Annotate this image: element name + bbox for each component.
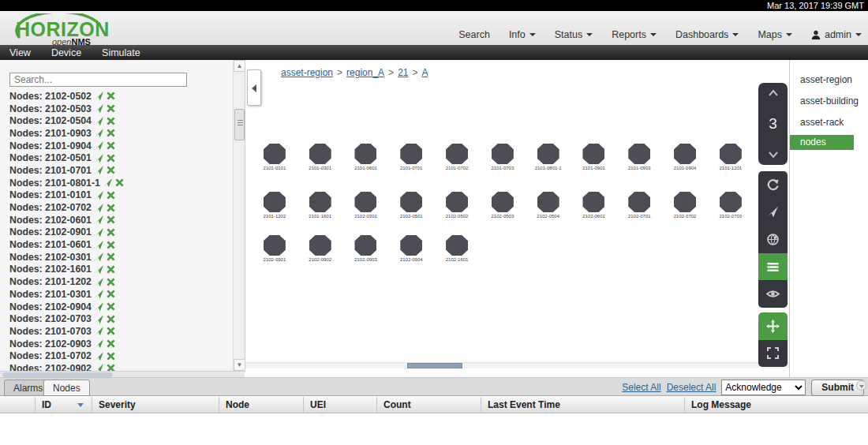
remove-node-icon[interactable] [115, 178, 124, 187]
nav-status[interactable]: Status [555, 29, 593, 40]
menu-button[interactable] [758, 253, 788, 281]
locate-node-icon[interactable] [95, 364, 103, 371]
node-icon[interactable] [400, 144, 422, 164]
locate-node-icon[interactable] [95, 166, 103, 174]
nav-search[interactable]: Search [458, 29, 490, 40]
topology-node[interactable]: 2102-0702 [662, 192, 708, 219]
topology-node[interactable]: 2101-0904 [662, 144, 708, 170]
locate-node-icon[interactable] [95, 191, 103, 200]
scrollbar-thumb[interactable] [407, 363, 462, 368]
column-header-severity[interactable]: Severity [92, 397, 219, 413]
topology-node[interactable]: 2102-1601 [434, 235, 480, 262]
topology-node[interactable]: 2101-0703 [480, 144, 526, 170]
locate-node-icon[interactable] [95, 204, 103, 212]
scroll-down-button[interactable]: ▼ [234, 359, 245, 371]
locate-node-icon[interactable] [103, 178, 112, 187]
locate-node-icon[interactable] [95, 290, 103, 298]
topology-node[interactable]: 2102-0902 [297, 235, 343, 262]
locate-node-icon[interactable] [95, 215, 103, 224]
remove-node-icon[interactable] [107, 228, 115, 237]
topology-node[interactable]: 2101-0301 [297, 144, 343, 170]
remove-node-icon[interactable] [107, 166, 115, 174]
locate-node-icon[interactable] [95, 352, 103, 361]
node-icon[interactable] [674, 192, 696, 212]
eye-button[interactable] [758, 280, 788, 308]
node-icon[interactable] [537, 192, 559, 212]
topology-node[interactable]: 2102-0701 [616, 192, 662, 219]
topology-node[interactable]: 2101-0701 [388, 144, 434, 170]
remove-node-icon[interactable] [107, 290, 115, 298]
node-icon[interactable] [446, 144, 468, 164]
refresh-button[interactable] [758, 171, 788, 199]
menu-device[interactable]: Device [51, 47, 81, 58]
layer-asset-region[interactable]: asset-region [790, 71, 868, 88]
zoom-out-chevron-icon[interactable] [767, 151, 780, 159]
topology-node[interactable]: 2102-0601 [571, 192, 617, 219]
nav-dashboards[interactable]: Dashboards [675, 29, 739, 40]
nav-info[interactable]: Info [509, 29, 536, 40]
node-icon[interactable] [446, 235, 468, 256]
remove-node-icon[interactable] [107, 352, 115, 361]
node-icon[interactable] [354, 192, 376, 212]
sidebar-vertical-scrollbar[interactable]: ▲ ▼ [233, 60, 245, 371]
topology-node[interactable]: 2102-0503 [480, 192, 526, 219]
layer-asset-building[interactable]: asset-building [790, 92, 868, 110]
menu-simulate[interactable]: Simulate [102, 47, 140, 58]
locate-node-icon[interactable] [95, 339, 103, 348]
remove-node-icon[interactable] [107, 191, 115, 200]
locate-node-icon[interactable] [95, 252, 103, 261]
sidebar-horizontal-scrollbar[interactable] [0, 371, 245, 377]
remove-node-icon[interactable] [107, 129, 115, 137]
remove-node-icon[interactable] [107, 265, 115, 274]
fullscreen-button[interactable] [758, 340, 788, 368]
node-icon[interactable] [492, 144, 514, 164]
column-header-last-event-time[interactable]: Last Event Time [481, 397, 685, 413]
locate-button[interactable] [758, 199, 788, 226]
map-horizontal-scrollbar[interactable] [245, 362, 790, 368]
locate-node-icon[interactable] [95, 265, 103, 274]
layer-nodes[interactable]: nodes [790, 135, 854, 150]
remove-node-icon[interactable] [107, 327, 115, 335]
column-header-node[interactable]: Node [219, 397, 304, 413]
topology-node[interactable]: 2102-0501 [388, 192, 434, 219]
tab-nodes[interactable]: Nodes [43, 380, 90, 396]
node-icon[interactable] [354, 144, 376, 164]
node-icon[interactable] [264, 235, 286, 256]
locate-node-icon[interactable] [95, 302, 103, 311]
node-icon[interactable] [354, 235, 376, 256]
node-icon[interactable] [582, 144, 604, 164]
remove-node-icon[interactable] [107, 278, 115, 286]
search-input[interactable] [9, 73, 187, 87]
topology-node[interactable]: 2102-0901 [252, 235, 297, 262]
menu-view[interactable]: View [9, 47, 31, 58]
topology-node[interactable]: 2101-0903 [616, 144, 662, 170]
node-icon[interactable] [309, 144, 331, 164]
alarm-action-select[interactable]: Acknowledge [721, 380, 806, 395]
remove-node-icon[interactable] [107, 92, 115, 100]
remove-node-icon[interactable] [107, 302, 115, 311]
remove-node-icon[interactable] [107, 117, 115, 125]
locate-node-icon[interactable] [95, 92, 103, 100]
column-header-id[interactable]: ID [36, 397, 92, 413]
topology-node[interactable]: 2101-0901 [571, 144, 617, 170]
node-icon[interactable] [400, 192, 422, 212]
topology-map[interactable]: asset-region>region_A>21>A 2101-01012101… [245, 60, 789, 371]
node-icon[interactable] [674, 144, 696, 164]
locate-node-icon[interactable] [95, 228, 103, 237]
locate-node-icon[interactable] [95, 104, 103, 113]
locate-node-icon[interactable] [95, 141, 103, 150]
scrollbar-thumb[interactable] [234, 109, 245, 140]
sort-desc-icon[interactable] [77, 403, 84, 407]
remove-node-icon[interactable] [107, 339, 115, 348]
node-icon[interactable] [628, 144, 650, 164]
remove-node-icon[interactable] [107, 364, 115, 371]
remove-node-icon[interactable] [107, 204, 115, 212]
remove-node-icon[interactable] [107, 215, 115, 224]
layer-asset-rack[interactable]: asset-rack [790, 114, 868, 131]
node-icon[interactable] [309, 235, 331, 256]
node-icon[interactable] [446, 192, 468, 212]
node-icon[interactable] [720, 144, 742, 164]
node-icon[interactable] [628, 192, 650, 212]
node-icon[interactable] [720, 192, 742, 212]
remove-node-icon[interactable] [107, 104, 115, 113]
